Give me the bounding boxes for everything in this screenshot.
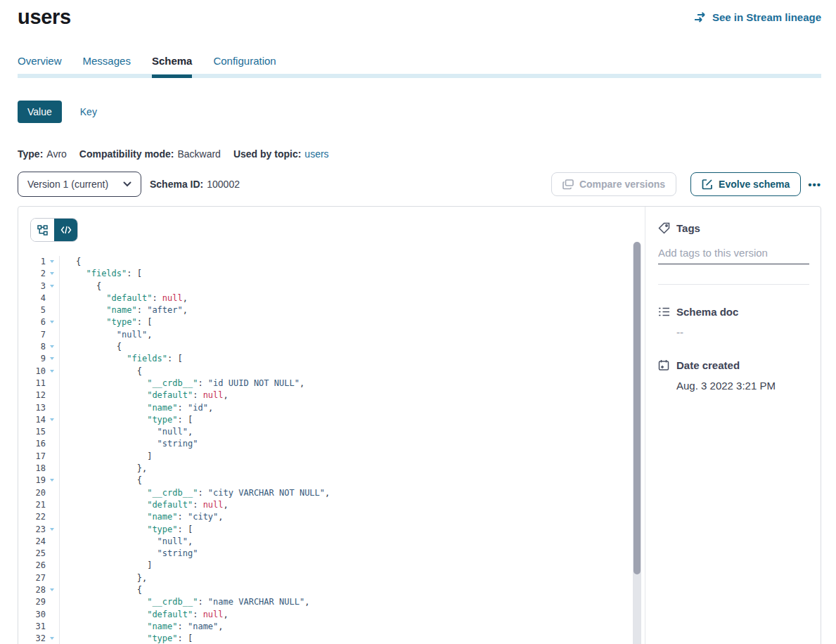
fold-arrow-icon bbox=[50, 345, 54, 348]
fold-arrow-icon bbox=[50, 528, 54, 531]
fold-arrow-icon bbox=[50, 637, 54, 640]
fold-toggle[interactable] bbox=[46, 414, 60, 426]
code-text: ] bbox=[60, 560, 645, 572]
fold-toggle[interactable] bbox=[46, 524, 60, 536]
fold-toggle[interactable] bbox=[46, 633, 60, 644]
line-number: 15 bbox=[18, 426, 46, 438]
schema-doc-section: Schema doc -- bbox=[658, 306, 809, 338]
code-line: 13 "name": "id", bbox=[18, 402, 645, 414]
fold-toggle[interactable] bbox=[46, 316, 60, 328]
schema-code-editor[interactable]: 1{2 "fields": [3 {4 "default": null,5 "n… bbox=[18, 256, 645, 644]
tab-strip: OverviewMessagesSchemaConfiguration bbox=[18, 55, 821, 78]
line-number: 21 bbox=[18, 499, 46, 511]
schema-sidebar: Tags Schema doc -- bbox=[645, 207, 821, 644]
code-line: 10 { bbox=[18, 366, 645, 378]
code-text: "name": "city", bbox=[60, 511, 645, 523]
evolve-schema-button[interactable]: Evolve schema bbox=[690, 172, 801, 196]
meta-value: Avro bbox=[46, 148, 67, 160]
fold-gutter bbox=[46, 560, 60, 572]
add-tags-input[interactable] bbox=[658, 245, 809, 264]
fold-toggle[interactable] bbox=[46, 366, 60, 378]
evolve-schema-label: Evolve schema bbox=[719, 179, 790, 190]
compare-versions-button[interactable]: Compare versions bbox=[551, 172, 676, 196]
code-line: 23 "type": [ bbox=[18, 524, 645, 536]
code-line: 8 { bbox=[18, 341, 645, 353]
code-line: 18 }, bbox=[18, 463, 645, 475]
key-tab-link[interactable]: Key bbox=[80, 106, 97, 117]
editor-view-toggle bbox=[30, 218, 78, 242]
more-actions-button[interactable]: ••• bbox=[808, 179, 821, 191]
tags-heading-label: Tags bbox=[676, 222, 700, 234]
code-line: 22 "name": "city", bbox=[18, 511, 645, 523]
line-number: 24 bbox=[18, 536, 46, 548]
line-number: 27 bbox=[18, 572, 46, 584]
fold-arrow-icon bbox=[50, 357, 54, 360]
code-line: 26 ] bbox=[18, 560, 645, 572]
line-number: 26 bbox=[18, 560, 46, 572]
line-number: 5 bbox=[18, 304, 46, 316]
fold-gutter bbox=[46, 621, 60, 633]
tree-view-icon bbox=[37, 225, 48, 236]
sidebar-divider bbox=[658, 284, 809, 285]
code-line: 6 "type": [ bbox=[18, 316, 645, 328]
fold-gutter bbox=[46, 378, 60, 389]
fold-toggle[interactable] bbox=[46, 584, 60, 596]
tab-schema[interactable]: Schema bbox=[152, 55, 193, 78]
code-text: "null", bbox=[60, 536, 645, 548]
version-toolbar: Version 1 (current) Schema ID: 100002 Co… bbox=[18, 172, 821, 197]
code-text: { bbox=[60, 341, 645, 353]
tab-configuration[interactable]: Configuration bbox=[213, 55, 276, 78]
meta-value-link[interactable]: users bbox=[304, 148, 328, 160]
code-line: 4 "default": null, bbox=[18, 292, 645, 304]
code-line: 11 "__crdb__": "id UUID NOT NULL", bbox=[18, 378, 645, 389]
fold-gutter bbox=[46, 548, 60, 560]
line-number: 16 bbox=[18, 438, 46, 450]
calendar-plus-icon bbox=[658, 359, 670, 371]
meta-item: Compatibility mode:Backward bbox=[79, 148, 221, 160]
code-text: { bbox=[60, 366, 645, 378]
line-number: 4 bbox=[18, 292, 46, 304]
value-key-toggle: Value Key bbox=[18, 101, 821, 123]
meta-value: Backward bbox=[177, 148, 220, 160]
fold-arrow-icon bbox=[50, 370, 54, 373]
fold-toggle[interactable] bbox=[46, 281, 60, 292]
stream-lineage-icon bbox=[694, 12, 707, 22]
line-number: 17 bbox=[18, 451, 46, 463]
fold-gutter bbox=[46, 438, 60, 450]
tab-overview[interactable]: Overview bbox=[18, 55, 62, 78]
line-number: 20 bbox=[18, 487, 46, 499]
date-created-heading: Date created bbox=[658, 359, 809, 371]
value-tab-button[interactable]: Value bbox=[18, 101, 62, 123]
fold-toggle[interactable] bbox=[46, 256, 60, 268]
line-number: 18 bbox=[18, 463, 46, 475]
code-text: "fields": [ bbox=[60, 268, 645, 280]
schema-doc-value: -- bbox=[676, 326, 809, 338]
code-view-button[interactable] bbox=[54, 219, 77, 241]
fold-toggle[interactable] bbox=[46, 268, 60, 280]
line-number: 7 bbox=[18, 329, 46, 341]
fold-toggle[interactable] bbox=[46, 341, 60, 353]
editor-scrollbar-thumb[interactable] bbox=[634, 242, 641, 574]
line-number: 31 bbox=[18, 621, 46, 633]
fold-gutter bbox=[46, 511, 60, 523]
fold-arrow-icon bbox=[50, 588, 54, 591]
version-select[interactable]: Version 1 (current) bbox=[18, 172, 141, 197]
fold-arrow-icon bbox=[50, 479, 54, 482]
meta-label: Used by topic: bbox=[233, 148, 301, 160]
line-number: 22 bbox=[18, 511, 46, 523]
code-text: { bbox=[60, 256, 645, 268]
fold-arrow-icon bbox=[50, 272, 54, 275]
editor-scrollbar[interactable] bbox=[633, 242, 641, 644]
fold-toggle[interactable] bbox=[46, 475, 60, 487]
line-number: 10 bbox=[18, 366, 46, 378]
schema-card: 1{2 "fields": [3 {4 "default": null,5 "n… bbox=[18, 206, 821, 644]
line-number: 32 bbox=[18, 633, 46, 644]
schema-page: users See in Stream lineage OverviewMess… bbox=[0, 0, 836, 644]
stream-lineage-link[interactable]: See in Stream lineage bbox=[694, 11, 821, 23]
code-text: { bbox=[60, 584, 645, 596]
tab-messages[interactable]: Messages bbox=[83, 55, 131, 78]
tree-view-button[interactable] bbox=[31, 219, 54, 241]
fold-toggle[interactable] bbox=[46, 353, 60, 365]
tab-underline-track bbox=[18, 74, 821, 78]
line-number: 3 bbox=[18, 281, 46, 292]
